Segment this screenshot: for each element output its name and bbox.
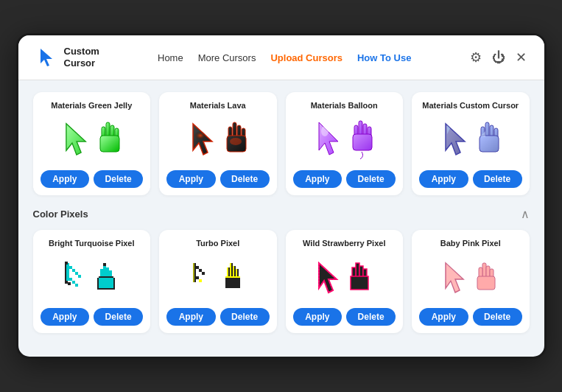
- cursor-arrow-green: [60, 121, 93, 158]
- card-buttons-lava: Apply Delete: [166, 170, 270, 188]
- close-icon[interactable]: ✕: [516, 49, 527, 66]
- apply-button-turquoise[interactable]: Apply: [41, 308, 90, 326]
- svg-rect-32: [66, 266, 69, 269]
- svg-rect-47: [68, 282, 71, 285]
- card-images-turbo: [187, 253, 249, 301]
- svg-rect-25: [485, 122, 489, 137]
- svg-rect-48: [103, 263, 106, 266]
- apply-button-strawberry[interactable]: Apply: [293, 308, 343, 326]
- svg-rect-63: [199, 279, 202, 282]
- card-buttons-strawberry: Apply Delete: [293, 308, 396, 326]
- svg-rect-57: [99, 288, 113, 290]
- svg-rect-37: [69, 278, 72, 281]
- cursor-hand-turbo: [219, 260, 249, 294]
- section-1-grid: Materials Green Jelly: [33, 92, 530, 195]
- apply-button-turbo[interactable]: Apply: [166, 308, 216, 326]
- svg-rect-71: [227, 267, 228, 278]
- card-turquoise-pixel: Bright Turquoise Pixel: [33, 230, 151, 333]
- svg-rect-7: [100, 136, 119, 152]
- delete-button-pink[interactable]: Delete: [473, 308, 522, 326]
- cursor-hand-green: [96, 121, 122, 158]
- svg-rect-74: [225, 276, 240, 278]
- cursor-arrow-turquoise: [60, 260, 90, 294]
- delete-button-strawberry[interactable]: Delete: [346, 308, 396, 326]
- card-turbo-pixel: Turbo Pixel: [159, 230, 277, 333]
- section-color-pixels-title: Color Pixels: [33, 209, 88, 220]
- delete-button-turquoise[interactable]: Delete: [94, 308, 143, 326]
- svg-rect-42: [75, 272, 78, 275]
- svg-rect-72: [233, 266, 234, 278]
- cursor-hand-turquoise: [93, 260, 122, 294]
- apply-button-green-jelly[interactable]: Apply: [41, 170, 90, 188]
- card-balloon: Materials Balloon: [286, 92, 404, 195]
- card-strawberry-pixel: Wild Strawberry Pixel Apply: [286, 230, 404, 333]
- svg-rect-64: [193, 263, 194, 282]
- cursor-hand-pink: [472, 260, 502, 294]
- cursor-arrow-turbo: [187, 260, 217, 294]
- cursor-hand-balloon: [348, 119, 375, 159]
- card-pink-pixel: Baby Pink Pixel Apply: [412, 230, 530, 333]
- card-images-lava: [187, 116, 249, 163]
- svg-marker-83: [446, 264, 462, 291]
- cursor-hand-lava: [222, 121, 249, 158]
- svg-marker-16: [319, 122, 338, 155]
- apply-button-balloon[interactable]: Apply: [293, 170, 343, 188]
- nav-home[interactable]: Home: [158, 52, 183, 63]
- svg-rect-70: [230, 263, 231, 276]
- cursor-arrow-lava: [187, 121, 219, 158]
- svg-rect-61: [202, 272, 205, 275]
- logo-icon: [36, 46, 60, 69]
- svg-rect-44: [65, 262, 68, 265]
- cursor-arrow-pink: [440, 260, 469, 294]
- delete-button-green-jelly[interactable]: Delete: [94, 170, 143, 188]
- svg-rect-56: [113, 278, 115, 290]
- card-images-green-jelly: [60, 116, 122, 163]
- content-area: Materials Green Jelly: [18, 80, 544, 357]
- svg-marker-75: [319, 263, 337, 293]
- svg-rect-39: [75, 284, 78, 287]
- card-buttons-custom-cursor: Apply Delete: [419, 170, 522, 188]
- card-images-pink: [440, 253, 502, 301]
- svg-rect-49: [103, 266, 106, 278]
- card-title-custom-cursor: Materials Custom Cursor: [422, 101, 519, 110]
- delete-button-balloon[interactable]: Delete: [346, 170, 396, 188]
- section-toggle-icon[interactable]: ∧: [521, 207, 530, 221]
- cursor-hand-strawberry: [345, 260, 375, 294]
- power-icon[interactable]: ⏻: [492, 50, 505, 66]
- svg-rect-35: [66, 275, 69, 278]
- delete-button-turbo[interactable]: Delete: [220, 308, 270, 326]
- card-buttons-turbo: Apply Delete: [166, 308, 270, 326]
- svg-rect-81: [351, 276, 368, 290]
- nav-how-to-use[interactable]: How To Use: [357, 52, 411, 63]
- nav-more-cursors[interactable]: More Cursors: [198, 52, 256, 63]
- card-buttons-balloon: Apply Delete: [293, 170, 396, 188]
- svg-rect-60: [199, 269, 202, 272]
- delete-button-custom-cursor[interactable]: Delete: [473, 170, 522, 188]
- apply-button-lava[interactable]: Apply: [166, 170, 216, 188]
- delete-button-lava[interactable]: Delete: [220, 170, 270, 188]
- svg-point-17: [321, 126, 329, 136]
- nav-bar: Home More Cursors Upload Cursors How To …: [158, 52, 411, 63]
- app-window: Custom Cursor Home More Cursors Upload C…: [16, 33, 547, 359]
- svg-marker-2: [66, 124, 85, 155]
- nav-upload-cursors[interactable]: Upload Cursors: [270, 52, 343, 63]
- card-custom-cursor: Materials Custom Cursor: [412, 92, 530, 195]
- logo: Custom Cursor: [36, 46, 99, 69]
- svg-marker-0: [41, 49, 52, 66]
- svg-rect-69: [225, 276, 240, 288]
- svg-rect-33: [66, 269, 69, 272]
- svg-rect-46: [65, 281, 68, 284]
- logo-text: Custom Cursor: [64, 46, 99, 69]
- card-title-balloon: Materials Balloon: [311, 101, 378, 110]
- svg-rect-18: [359, 121, 362, 136]
- card-images-strawberry: [313, 253, 375, 301]
- card-buttons-turquoise: Apply Delete: [41, 308, 144, 326]
- svg-rect-34: [66, 272, 69, 275]
- svg-rect-54: [99, 276, 113, 278]
- apply-button-custom-cursor[interactable]: Apply: [419, 170, 468, 188]
- apply-button-pink[interactable]: Apply: [419, 308, 468, 326]
- cursor-arrow-balloon: [313, 119, 345, 159]
- card-buttons-pink: Apply Delete: [419, 308, 522, 326]
- settings-icon[interactable]: ⚙: [470, 49, 482, 66]
- svg-rect-22: [353, 134, 372, 150]
